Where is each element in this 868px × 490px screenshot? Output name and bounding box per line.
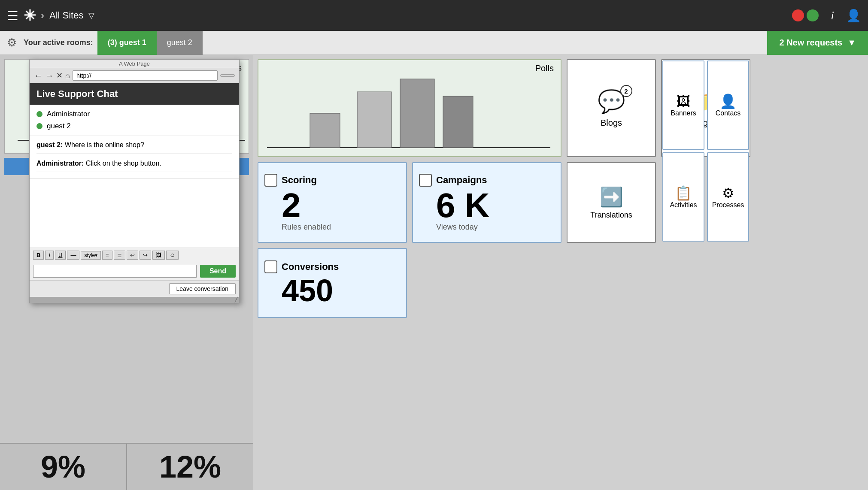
room-tab-guest2[interactable]: guest 2 (157, 31, 203, 55)
tool-italic[interactable]: I (45, 251, 54, 260)
guest2-online-dot (36, 123, 42, 129)
all-sites-label[interactable]: All Sites (49, 10, 83, 21)
tool-style[interactable]: style▾ (81, 251, 101, 260)
banners-small-widget[interactable]: 🖼 Banners (662, 60, 704, 150)
status-dot-green (807, 9, 819, 21)
processes-icon: ⚙ (722, 185, 734, 201)
info-icon[interactable]: i (831, 9, 834, 22)
chat-empty-area (30, 179, 239, 248)
left-panel: Polls 9% 12% A Web Page ← → (0, 55, 253, 490)
chat-users-list: Administrator guest 2 (30, 105, 239, 136)
svg-rect-7 (357, 92, 392, 148)
room-tab-guest1[interactable]: (3) guest 1 (97, 31, 157, 55)
percentage-strip: 9% 12% (0, 443, 253, 490)
polls-chart-widget[interactable]: Polls (258, 59, 561, 157)
chevron-icon: › (41, 9, 44, 21)
scoring-number: 2 (282, 188, 400, 223)
processes-label: Processes (712, 201, 744, 209)
tool-image[interactable]: 🖼 (152, 251, 165, 260)
campaigns-checkbox[interactable] (419, 174, 432, 187)
campaigns-number: 6 K (436, 188, 555, 223)
right-content: Polls 💬 2 Blogs 📁 Categories (253, 55, 868, 490)
settings-gear-icon[interactable]: ⚙ (0, 36, 24, 49)
conversions-number: 450 (282, 275, 400, 306)
main-content: Polls 9% 12% A Web Page ← → (0, 55, 868, 490)
tool-list1[interactable]: ≡ (102, 251, 112, 260)
chat-user-guest2: guest 2 (36, 122, 232, 130)
browser-search-button[interactable] (220, 74, 235, 77)
tool-line[interactable]: — (67, 251, 79, 260)
chat-message-1: guest 2: Where is the online shop? (36, 141, 232, 154)
new-requests-button[interactable]: 2 New requests ▼ (767, 31, 868, 55)
campaigns-title: Campaigns (436, 175, 487, 186)
conversions-title: Conversions (282, 261, 339, 272)
campaigns-widget[interactable]: Campaigns 6 K Views today (412, 162, 561, 243)
home-btn[interactable]: ⌂ (65, 71, 70, 80)
campaigns-subtitle: Views today (436, 223, 555, 232)
conversions-widget[interactable]: Conversions 450 (258, 248, 407, 318)
back-btn[interactable]: ← (34, 71, 42, 81)
translations-widget[interactable]: ➡️ Translations (567, 162, 656, 243)
leave-conversation-button[interactable]: Leave conversation (169, 283, 236, 294)
pct-cell-2: 12% (127, 444, 253, 490)
logo-icon[interactable]: ✳ (24, 7, 36, 24)
browser-url-input[interactable] (73, 70, 218, 81)
small-widgets-grid: 🖼 Banners 👤 Contacs 📋 Activities ⚙ Proce… (661, 59, 750, 243)
pct-cell-1: 9% (0, 444, 127, 490)
conversions-checkbox[interactable] (264, 260, 277, 273)
blogs-label: Blogs (601, 118, 622, 128)
chat-send-button[interactable]: Send (200, 265, 236, 278)
sites-dropdown-arrow[interactable]: ▽ (88, 11, 94, 20)
svg-rect-6 (310, 113, 340, 148)
chat-message-2: Administrator: Click on the shop button. (36, 160, 232, 172)
translations-icon: ➡️ (600, 186, 623, 208)
close-btn[interactable]: ✕ (56, 71, 63, 80)
user-icon[interactable]: 👤 (846, 9, 861, 23)
browser-bar: ← → ✕ ⌂ (30, 68, 239, 83)
tool-redo[interactable]: ↪ (140, 251, 151, 260)
new-requests-arrow-icon: ▼ (847, 38, 856, 48)
chat-user-admin: Administrator (36, 110, 232, 118)
chat-header: Live Support Chat (30, 83, 239, 105)
tool-emoji[interactable]: ☺ (166, 251, 179, 260)
msg1-sender: guest 2: (36, 141, 63, 148)
blogs-widget[interactable]: 💬 2 Blogs (567, 59, 656, 157)
msg2-sender: Administrator: (36, 160, 84, 167)
tool-list2[interactable]: ≣ (114, 251, 125, 260)
msg2-text: Click on the shop button. (86, 160, 161, 167)
scoring-subtitle: Rules enabled (282, 223, 400, 232)
admin-online-dot (36, 111, 42, 117)
new-requests-label: 2 New requests (779, 38, 842, 48)
scoring-title: Scoring (282, 175, 317, 186)
top-nav: ☰ ✳ › All Sites ▽ i 👤 (0, 0, 868, 31)
tool-undo[interactable]: ↩ (127, 251, 138, 260)
activities-small-widget[interactable]: 📋 Activities (662, 152, 704, 242)
leave-conversation-row: Leave conversation (30, 280, 239, 297)
hamburger-icon[interactable]: ☰ (7, 8, 18, 23)
svg-rect-9 (443, 96, 473, 148)
forward-btn[interactable]: → (45, 71, 54, 81)
banners-icon: 🖼 (677, 94, 690, 109)
chat-messages: guest 2: Where is the online shop? Admin… (30, 136, 239, 179)
translations-label: Translations (590, 211, 632, 220)
scoring-widget[interactable]: Scoring 2 Rules enabled (258, 162, 407, 243)
activities-label: Activities (670, 201, 697, 209)
browser-title: A Web Page (30, 60, 239, 68)
contacts-icon: 👤 (719, 93, 737, 109)
svg-rect-8 (400, 79, 434, 148)
chat-message-input[interactable] (33, 265, 197, 278)
resize-handle[interactable]: ╱ (30, 297, 239, 303)
contacts-small-widget[interactable]: 👤 Contacs (707, 60, 749, 150)
contacts-label: Contacs (716, 109, 741, 117)
msg1-text: Where is the online shop? (65, 141, 144, 148)
banners-label: Banners (671, 109, 696, 117)
activities-icon: 📋 (675, 185, 692, 201)
scoring-checkbox[interactable] (264, 174, 277, 187)
chat-popup: A Web Page ← → ✕ ⌂ Live Support Chat Adm… (29, 59, 240, 303)
chat-input-row: Send (30, 262, 239, 280)
processes-small-widget[interactable]: ⚙ Processes (707, 152, 749, 242)
tool-underline[interactable]: U (55, 251, 66, 260)
rooms-bar: ⚙ Your active rooms: (3) guest 1 guest 2… (0, 31, 868, 55)
tool-bold[interactable]: B (33, 251, 44, 260)
status-dot-red (792, 9, 804, 21)
